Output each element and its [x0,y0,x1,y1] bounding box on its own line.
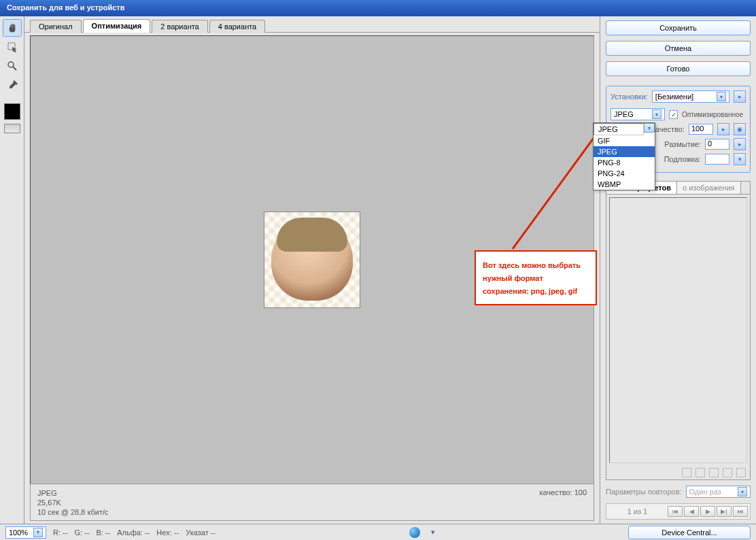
info-time: 10 сек @ 28,8 кбит/с [37,507,109,517]
optimized-checkbox[interactable]: ✓ [669,110,678,119]
format-select[interactable]: JPEG ▾ [611,108,665,120]
annotation-text: Вот здесь можно выбрать нужный формат со… [483,261,581,295]
repeat-row: Параметры повторов: Один раз ▾ [606,486,751,498]
chevron-down-icon: ▾ [652,109,662,119]
ct-icon-2[interactable] [695,468,705,477]
matte-picker-button[interactable]: ▾ [734,153,746,165]
globe-icon[interactable] [409,527,420,538]
tab-4up[interactable]: 4 варианта [209,20,266,33]
status-r: R: -- [53,528,67,537]
format-option-png24[interactable]: PNG-24 [594,168,655,179]
status-index: Указат -- [186,528,216,537]
svg-line-2 [13,67,16,70]
tab-image-size[interactable]: о изображения [677,182,741,194]
preview-image [264,212,360,307]
zoom-tool[interactable] [3,57,22,75]
ct-icon-4[interactable] [723,468,732,477]
done-button[interactable]: Готово [606,61,751,76]
prev-frame-button[interactable]: ◀ [684,506,699,517]
save-button[interactable]: Сохранить [606,20,751,35]
status-bar: 100% ▾ R: -- G: -- B: -- Альфа: -- Hex: … [0,524,756,540]
play-button[interactable]: ▶ [700,506,715,517]
zoom-select[interactable]: 100% ▾ [5,526,46,539]
matte-swatch[interactable] [705,154,729,165]
window-titlebar: Сохранить для веб и устройств [0,0,756,16]
slice-icon [7,41,18,52]
ct-icon-3[interactable] [709,468,719,477]
annotation-callout: Вот здесь можно выбрать нужный формат со… [475,250,597,305]
first-frame-button[interactable]: ⏮ [668,506,683,517]
last-frame-button[interactable]: ⏭ [733,506,748,517]
status-alpha: Альфа: -- [117,528,150,537]
blur-slider-button[interactable]: ▸ [734,138,746,150]
toggle-slices-visibility[interactable] [4,124,20,133]
chevron-down-icon[interactable]: ▾ [644,123,655,133]
status-g: G: -- [74,528,89,537]
hand-tool[interactable] [3,19,22,37]
browser-preview-arrow[interactable]: ▾ [431,528,435,537]
ct-icon-1[interactable] [682,468,691,477]
format-dropdown-head: JPEG [594,123,644,135]
slice-select-tool[interactable] [3,38,22,56]
format-option-jpeg[interactable]: JPEG [594,146,655,157]
preview-info-bar: JPEG 25,67K 10 сек @ 28,8 кбит/с качеств… [30,484,594,521]
preset-select[interactable]: [Безимени] ▾ [652,90,729,103]
format-option-gif[interactable]: GIF [594,135,655,146]
trash-icon[interactable] [736,468,746,477]
magnifier-icon [7,61,18,71]
tab-optimized[interactable]: Оптимизация [83,19,151,33]
toolbox [0,16,24,524]
format-option-wbmp[interactable]: WBMP [594,179,655,190]
frame-counter: 1 из 1 [608,507,666,516]
hand-icon [7,22,18,33]
preset-menu-button[interactable]: ▸ [734,90,746,103]
tab-original[interactable]: Оригинал [30,20,82,33]
next-frame-button[interactable]: ▶| [717,506,732,517]
status-b: B: -- [96,528,110,537]
chevron-down-icon: ▾ [33,528,43,537]
repeat-label: Параметры повторов: [606,488,682,496]
preset-label: Установки: [611,92,648,101]
main-area: Оригинал Оптимизация 2 варианта 4 вариан… [0,16,756,524]
quality-input[interactable]: 100 [689,124,713,135]
repeat-select: Один раз ▾ [686,486,751,498]
blur-input[interactable]: 0 [705,139,729,150]
playback-controls: 1 из 1 ⏮ ◀ ▶ ▶| ⏭ [606,503,751,520]
cancel-button[interactable]: Отмена [606,41,751,56]
preview-tabs: Оригинал Оптимизация 2 варианта 4 вариан… [24,16,600,33]
chevron-down-icon: ▾ [717,92,726,101]
eyedropper-tool[interactable] [3,76,22,94]
info-quality: качество: 100 [539,488,587,496]
color-table-toolbar [606,466,750,479]
format-option-png8[interactable]: PNG-8 [594,157,655,168]
chevron-down-icon: ▾ [738,487,747,496]
info-size: 25,67K [37,498,109,507]
status-hex: Hex: -- [156,528,179,537]
color-table-panel: Таблица цветов о изображения [606,181,751,480]
window-title: Сохранить для веб и устройств [7,3,124,12]
eyedropper-icon [7,80,18,90]
foreground-color-swatch[interactable] [4,103,20,120]
right-panel: Сохранить Отмена Готово Установки: [Бези… [600,16,756,524]
quality-slider-button[interactable]: ▸ [717,123,729,135]
quality-label: Качество: [651,125,685,133]
tab-2up[interactable]: 2 варианта [152,20,208,33]
optimized-label: Оптимизированное [682,111,743,118]
svg-point-1 [8,62,14,67]
device-central-button[interactable]: Device Central... [628,526,751,539]
color-table-body [609,197,747,463]
quality-link-icon[interactable]: ◉ [734,123,746,135]
info-format: JPEG [37,488,109,498]
format-dropdown-open: JPEG ▾ GIF JPEG PNG-8 PNG-24 WBMP [593,122,655,190]
blur-label: Размытие: [664,140,701,148]
matte-label: Подложка: [664,155,701,163]
